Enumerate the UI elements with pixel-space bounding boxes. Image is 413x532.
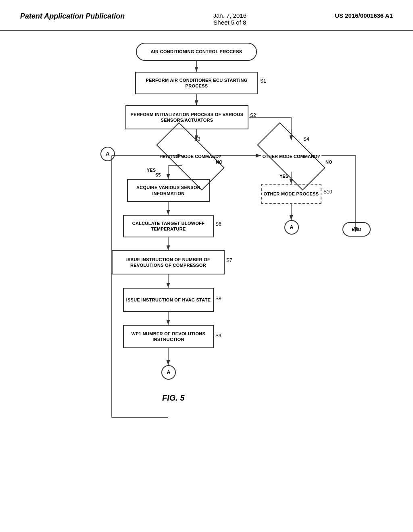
s7-step: S7 (226, 258, 232, 263)
connector-a-bottom: A (161, 365, 176, 380)
header-center: Jan. 7, 2016 Sheet 5 of 8 (213, 12, 247, 26)
s3-step: S3 (194, 136, 200, 142)
s3-text: HEATING MODE COMMAND? (159, 154, 221, 159)
start-shape: AIR CONDITIONING CONTROL PROCESS (136, 43, 257, 61)
s2-shape: PERFORM INITIALIZATION PROCESS OF VARIOU… (125, 105, 248, 129)
s10-shape: OTHER MODE PROCESS (261, 184, 321, 204)
s3-no-label: NO (216, 160, 223, 164)
s9-wp1-shape: WP1 NUMBER OF REVOLUTIONS INSTRUCTION (123, 325, 214, 348)
s8-hvac-label: ISSUE INSTRUCTION OF HVAC STATE (126, 297, 211, 303)
s5-acquire-label: ACQUIRE VARIOUS SENSOR INFORMATION (128, 185, 209, 196)
patent-title: Patent Application Publication (20, 12, 125, 21)
s8-hvac-shape: ISSUE INSTRUCTION OF HVAC STATE (123, 288, 214, 312)
s8-step: S8 (215, 296, 221, 301)
s9-step: S9 (215, 333, 221, 339)
page: Patent Application Publication Jan. 7, 2… (0, 0, 413, 532)
s6-calc-shape: CALCULATE TARGET BLOWOFF TEMPERATURE (123, 215, 214, 237)
s2-label: PERFORM INITIALIZATION PROCESS OF VARIOU… (126, 112, 248, 123)
s3-diamond: HEATING MODE COMMAND? (158, 140, 223, 172)
s1-shape: PERFORM AIR CONDITIONER ECU STARTING PRO… (135, 72, 258, 94)
s2-step: S2 (250, 112, 256, 118)
s9-wp1-label: WP1 NUMBER OF REVOLUTIONS INSTRUCTION (124, 331, 213, 343)
s1-label: PERFORM AIR CONDITIONER ECU STARTING PRO… (136, 77, 257, 89)
s3-yes-label: YES (147, 168, 156, 172)
figure-label: FIG. 5 (162, 393, 185, 403)
s7-issue-comp-label: ISSUE INSTRUCTION OF NUMBER OF REVOLUTIO… (113, 257, 224, 268)
s5-label: S5 (155, 172, 161, 177)
connector-a-left: A (100, 147, 115, 161)
header: Patent Application Publication Jan. 7, 2… (0, 0, 413, 31)
publication-date: Jan. 7, 2016 (213, 12, 247, 19)
sheet-info: Sheet 5 of 8 (213, 19, 247, 26)
s5-acquire-shape: ACQUIRE VARIOUS SENSOR INFORMATION (127, 179, 210, 202)
connector-a-middle: A (284, 220, 299, 235)
s10-step: S10 (323, 189, 332, 195)
flowchart: AIR CONDITIONING CONTROL PROCESS PERFORM… (35, 35, 378, 510)
end-label: END (352, 227, 361, 232)
s6-calc-label: CALCULATE TARGET BLOWOFF TEMPERATURE (124, 220, 213, 232)
s4-no-label: NO (325, 160, 332, 164)
end-shape: END (342, 222, 371, 237)
s6-step: S6 (215, 221, 221, 227)
s4-text: OTHER MODE COMMAND? (263, 154, 320, 159)
patent-number: US 2016/0001636 A1 (335, 12, 393, 19)
s1-step: S1 (260, 78, 266, 84)
s10-label: OTHER MODE PROCESS (264, 191, 319, 197)
start-label: AIR CONDITIONING CONTROL PROCESS (151, 49, 242, 54)
s4-diamond: OTHER MODE COMMAND? (259, 140, 323, 172)
s7-issue-comp-shape: ISSUE INSTRUCTION OF NUMBER OF REVOLUTIO… (112, 250, 225, 274)
s4-yes-label: YES (280, 174, 288, 179)
s4-step: S4 (303, 136, 309, 142)
